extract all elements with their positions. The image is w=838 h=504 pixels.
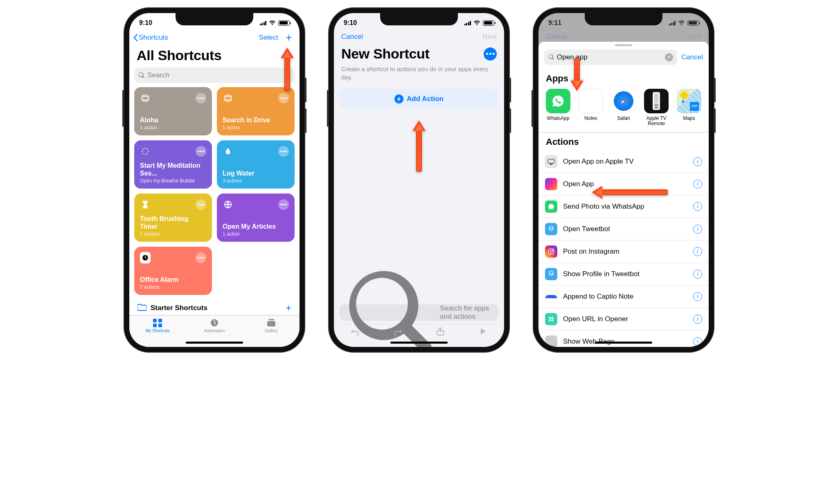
action-row[interactable]: Post on Instagrami xyxy=(538,241,709,263)
next-button[interactable]: Next xyxy=(482,33,497,41)
cancel-button[interactable]: Cancel xyxy=(681,53,703,61)
add-action-label: Add Action xyxy=(407,95,444,103)
app-item[interactable]: Safari xyxy=(610,89,637,126)
svg-rect-26 xyxy=(549,319,551,321)
folder-add-button[interactable]: + xyxy=(286,302,291,314)
action-row[interactable]: Open URL in Openeri xyxy=(538,308,709,331)
tile-subtitle: 7 actions xyxy=(140,231,206,237)
page-title: All Shortcuts xyxy=(129,46,300,68)
app-item[interactable]: 280Maps xyxy=(676,89,702,126)
screen-new-shortcut: 9:10 Cancel Next New Shortcut Create a s… xyxy=(334,13,504,347)
app-label: Maps xyxy=(683,116,695,121)
info-button[interactable]: i xyxy=(693,225,702,234)
tab-my-shortcuts[interactable]: My Shortcuts xyxy=(129,318,186,339)
screen-search-actions: 9:11 CancelNext Open app ✕ Cancel Apps xyxy=(538,13,709,347)
info-button[interactable]: i xyxy=(693,247,702,256)
shortcut-tile[interactable]: Log Water3 actions xyxy=(217,140,295,189)
tile-subtitle: 1 action xyxy=(223,231,289,237)
action-row[interactable]: Open Tweetboti xyxy=(538,218,709,241)
wifi-icon xyxy=(269,20,276,25)
home-indicator[interactable] xyxy=(390,342,448,344)
tab-label: Gallery xyxy=(265,328,278,333)
info-button[interactable]: i xyxy=(693,270,702,279)
shortcut-tile[interactable]: Tooth Brushing Timer7 actions xyxy=(134,194,212,242)
svg-rect-25 xyxy=(552,317,554,319)
sheet-grabber[interactable] xyxy=(615,44,632,46)
folder-row[interactable]: Starter Shortcuts + xyxy=(134,295,295,315)
home-indicator[interactable] xyxy=(186,342,243,344)
info-button[interactable]: i xyxy=(693,202,702,211)
tile-icon xyxy=(223,199,233,210)
action-row[interactable]: Append to Captio Notei xyxy=(538,286,709,308)
more-icon[interactable] xyxy=(196,199,206,210)
svg-point-1 xyxy=(224,97,232,100)
tile-icon xyxy=(223,146,233,157)
annotation-arrow xyxy=(412,120,426,172)
app-item[interactable]: Apple TV Remote xyxy=(643,89,669,126)
more-icon[interactable] xyxy=(278,199,289,210)
tab-gallery[interactable]: Gallery xyxy=(243,318,300,339)
redo-button[interactable] xyxy=(393,327,402,338)
shortcut-tile[interactable]: Search in Drive1 action xyxy=(217,87,295,135)
share-button[interactable] xyxy=(436,327,445,338)
description-text: Create a shortcut to actions you do in y… xyxy=(334,65,504,89)
folder-icon xyxy=(137,304,146,313)
info-button[interactable]: i xyxy=(693,180,702,189)
more-icon[interactable] xyxy=(278,93,289,104)
run-button[interactable] xyxy=(478,327,487,338)
select-button[interactable]: Select xyxy=(259,34,278,42)
info-button[interactable]: i xyxy=(693,157,702,166)
undo-button[interactable] xyxy=(351,327,360,338)
home-indicator[interactable] xyxy=(595,342,652,344)
search-input[interactable]: Search xyxy=(134,68,295,83)
svg-rect-15 xyxy=(548,159,554,163)
annotation-arrow xyxy=(281,47,294,91)
app-item[interactable]: Notes xyxy=(578,89,604,126)
tab-automation[interactable]: Automation xyxy=(186,318,243,339)
action-row[interactable]: Show Profile in Tweetboti xyxy=(538,263,709,286)
shortcut-tile[interactable]: Open My Articles1 action xyxy=(217,194,295,242)
svg-rect-11 xyxy=(267,321,275,326)
more-icon[interactable] xyxy=(278,146,289,157)
signal-icon xyxy=(260,20,267,25)
info-button[interactable]: i xyxy=(693,337,702,346)
more-icon[interactable] xyxy=(196,93,206,104)
clear-search-button[interactable]: ✕ xyxy=(665,53,673,61)
plus-circle-icon: + xyxy=(394,94,403,104)
more-icon[interactable] xyxy=(196,146,206,157)
shortcut-tile[interactable]: Aloha1 action xyxy=(134,87,212,135)
battery-icon xyxy=(483,20,494,26)
action-title: Open Tweetbot xyxy=(563,225,610,233)
tile-subtitle: 2 actions xyxy=(140,284,206,290)
action-row[interactable]: Show Web Pagei xyxy=(538,331,709,347)
svg-point-17 xyxy=(550,228,551,229)
svg-rect-6 xyxy=(158,319,162,322)
search-input[interactable]: Open app ✕ xyxy=(544,50,677,65)
apps-header: Apps xyxy=(538,69,709,87)
actions-header: Actions xyxy=(538,133,709,151)
app-item[interactable]: WhatsApp xyxy=(545,89,571,126)
tile-title: Office Alarm xyxy=(140,276,206,284)
add-action-button[interactable]: + Add Action xyxy=(340,89,498,109)
action-row[interactable]: Open App on Apple TVi xyxy=(538,151,709,173)
annotation-arrow xyxy=(592,186,668,199)
action-title: Post on Instagram xyxy=(563,248,619,256)
more-icon[interactable] xyxy=(196,252,206,263)
back-button[interactable]: Shortcuts xyxy=(133,34,168,42)
info-button[interactable]: i xyxy=(693,315,702,324)
shortcut-tile[interactable]: Start My Meditation Ses...Open my Breath… xyxy=(134,140,212,189)
action-title: Open App on Apple TV xyxy=(563,158,634,166)
tile-icon xyxy=(140,146,151,157)
cancel-button[interactable]: Cancel xyxy=(341,33,363,41)
add-shortcut-button[interactable]: + xyxy=(286,32,292,43)
search-placeholder: Search xyxy=(147,71,169,79)
tile-title: Tooth Brushing Timer xyxy=(140,215,206,230)
notch xyxy=(380,13,458,25)
shortcut-tile[interactable]: Office Alarm2 actions xyxy=(134,247,212,295)
more-options-button[interactable] xyxy=(484,47,497,61)
info-button[interactable]: i xyxy=(693,292,702,301)
bottom-search-input[interactable]: Search for apps and actions xyxy=(340,304,498,321)
nav-bar: Cancel Next xyxy=(334,29,504,44)
app-label: Apple TV Remote xyxy=(643,116,669,126)
tile-icon xyxy=(140,252,151,263)
